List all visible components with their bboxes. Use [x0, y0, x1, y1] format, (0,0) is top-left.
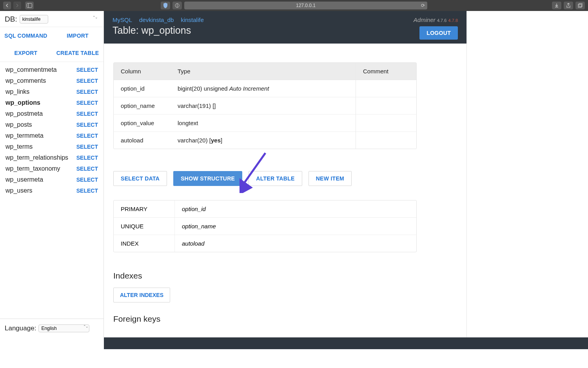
index-row: UNIQUEoption_name [114, 218, 416, 235]
downloads-icon[interactable] [552, 2, 561, 9]
sidebar: DB: kinstalife SQL COMMAND IMPORT EXPORT… [0, 11, 104, 337]
browser-toolbar: 127.0.0.1 ⟳ [0, 0, 588, 11]
table-name-link[interactable]: wp_posts [5, 121, 32, 128]
index-row: PRIMARYoption_id [114, 200, 416, 218]
index-row: INDEXautoload [114, 235, 416, 252]
table-name-link[interactable]: wp_links [5, 88, 29, 95]
svg-rect-5 [579, 4, 582, 7]
structure-table: Column Type Comment option_idbigint(20) … [113, 62, 417, 149]
back-button[interactable] [3, 2, 11, 9]
table-row: autoloadvarchar(20) [yes] [114, 132, 416, 149]
table-select-link[interactable]: SELECT [76, 100, 98, 106]
breadcrumb-db[interactable]: devkinsta_db [139, 16, 174, 23]
table-name-link[interactable]: wp_postmeta [5, 110, 43, 117]
th-comment: Comment [356, 63, 416, 80]
share-icon[interactable] [564, 2, 573, 9]
table-item-wp_commentmeta: wp_commentmetaSELECT [0, 64, 103, 75]
alter-indexes-button[interactable]: ALTER INDEXES [113, 288, 170, 302]
column-type: longtext [171, 115, 356, 132]
table-name-link[interactable]: wp_users [5, 187, 32, 194]
table-name-link[interactable]: wp_comments [5, 77, 46, 84]
main-content: MySQL devkinsta_db kinstalife Table: wp_… [104, 11, 466, 337]
index-column: autoload [174, 235, 416, 252]
table-name-link[interactable]: wp_usermeta [5, 176, 43, 183]
address-bar[interactable]: 127.0.0.1 ⟳ [184, 2, 427, 9]
th-column: Column [114, 63, 171, 80]
index-kind: INDEX [114, 235, 174, 252]
right-pane [466, 11, 588, 337]
breadcrumb-schema[interactable]: kinstalife [181, 16, 203, 23]
column-name: option_name [114, 97, 171, 115]
table-name-link[interactable]: wp_terms [5, 143, 33, 150]
table-select-link[interactable]: SELECT [76, 166, 98, 172]
table-row: option_valuelongtext [114, 115, 416, 132]
language-select[interactable]: English [38, 324, 89, 332]
column-name: option_id [114, 80, 171, 97]
db-label: DB: [5, 15, 17, 24]
create-table-link[interactable]: CREATE TABLE [52, 44, 103, 62]
breadcrumb-mysql[interactable]: MySQL [113, 16, 132, 23]
logout-button[interactable]: LOGOUT [419, 26, 458, 40]
column-comment [356, 80, 416, 97]
reader-icon[interactable] [172, 2, 182, 9]
adminer-brand: Adminer 4.7.6 4.7.8 [414, 16, 458, 23]
page-title: Table: wp_options [113, 25, 204, 36]
index-kind: UNIQUE [114, 218, 174, 235]
footer-bar [104, 337, 588, 349]
table-name-link[interactable]: wp_term_relationships [5, 154, 68, 161]
table-select-link[interactable]: SELECT [76, 155, 98, 161]
table-select-link[interactable]: SELECT [76, 144, 98, 150]
table-item-wp_links: wp_linksSELECT [0, 86, 103, 97]
import-link[interactable]: IMPORT [52, 27, 103, 44]
table-item-wp_usermeta: wp_usermetaSELECT [0, 174, 103, 185]
table-name-link[interactable]: wp_term_taxonomy [5, 165, 60, 172]
table-select-link[interactable]: SELECT [76, 177, 98, 183]
th-type: Type [171, 63, 356, 80]
table-item-wp_terms: wp_termsSELECT [0, 141, 103, 152]
table-item-wp_posts: wp_postsSELECT [0, 119, 103, 130]
table-item-wp_users: wp_usersSELECT [0, 185, 103, 196]
column-type: varchar(20) [yes] [171, 132, 356, 149]
table-select-link[interactable]: SELECT [76, 188, 98, 194]
table-select-link[interactable]: SELECT [76, 133, 98, 139]
select-data-button[interactable]: SELECT DATA [113, 171, 167, 186]
column-name: option_value [114, 115, 171, 132]
show-structure-button[interactable]: SHOW STRUCTURE [173, 171, 242, 186]
table-row: option_namevarchar(191) [] [114, 97, 416, 115]
column-type: bigint(20) unsigned Auto Increment [171, 80, 356, 97]
db-select[interactable]: kinstalife [20, 15, 48, 24]
column-comment [356, 97, 416, 115]
table-item-wp_term_taxonomy: wp_term_taxonomySELECT [0, 163, 103, 174]
indexes-heading: Indexes [113, 271, 457, 281]
table-select-link[interactable]: SELECT [76, 111, 98, 117]
table-name-link[interactable]: wp_commentmeta [5, 66, 57, 73]
table-select-link[interactable]: SELECT [76, 122, 98, 128]
export-link[interactable]: EXPORT [0, 44, 52, 62]
table-item-wp_comments: wp_commentsSELECT [0, 75, 103, 86]
table-item-wp_options: wp_optionsSELECT [0, 97, 103, 108]
tabs-icon[interactable] [575, 2, 585, 9]
new-item-button[interactable]: NEW ITEM [309, 171, 352, 186]
table-item-wp_termmeta: wp_termmetaSELECT [0, 130, 103, 141]
reload-icon[interactable]: ⟳ [421, 3, 425, 8]
indexes-summary-table: PRIMARYoption_idUNIQUEoption_nameINDEXau… [113, 200, 417, 252]
table-name-link[interactable]: wp_options [5, 99, 40, 106]
table-select-link[interactable]: SELECT [76, 78, 98, 84]
table-select-link[interactable]: SELECT [76, 67, 98, 73]
column-comment [356, 115, 416, 132]
sql-command-link[interactable]: SQL COMMAND [0, 27, 52, 44]
table-select-link[interactable]: SELECT [76, 89, 98, 95]
sidebar-toggle-icon[interactable] [25, 2, 34, 9]
privacy-shield-icon[interactable] [161, 2, 170, 9]
url-text: 127.0.0.1 [296, 3, 316, 8]
svg-rect-4 [578, 4, 581, 7]
column-type: varchar(191) [] [171, 97, 356, 115]
index-column: option_name [174, 218, 416, 235]
foreign-keys-heading: Foreign keys [113, 314, 457, 324]
forward-button[interactable] [13, 2, 21, 9]
index-column: option_id [174, 200, 416, 218]
table-name-link[interactable]: wp_termmeta [5, 132, 44, 139]
language-label: Language: [5, 324, 36, 332]
breadcrumb: MySQL devkinsta_db kinstalife [113, 16, 204, 23]
alter-table-button[interactable]: ALTER TABLE [249, 171, 302, 186]
